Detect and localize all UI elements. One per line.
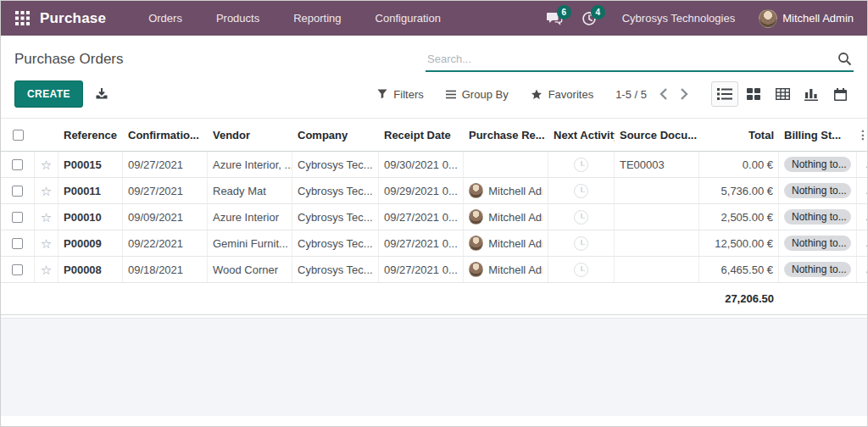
cell-vendor: Ready Mat [208,178,292,203]
view-kanban-button[interactable] [740,81,767,107]
header-receipt-date[interactable]: Receipt Date [379,129,464,141]
filters-button[interactable]: Filters [377,88,423,101]
cell-reference: P00009 [58,230,123,256]
row-checkbox[interactable] [1,204,35,230]
pager-range: 1-5 / 5 [615,88,647,101]
cell-source-document: TE00003 [615,152,699,177]
optional-columns-icon[interactable]: ⋮ [857,128,868,141]
favorite-star-icon[interactable]: ☆ [35,178,58,203]
cell-total: 5,736.00 € [699,178,779,203]
activity-clock-icon [574,184,588,198]
cell-receipt-date: 09/27/2021 0... [379,230,464,256]
row-checkbox[interactable] [1,257,35,282]
cell-next-activity[interactable] [548,178,615,203]
cell-billing-status: Nothing to... [779,178,857,203]
header-reference[interactable]: Reference [58,129,123,141]
menu-orders[interactable]: Orders [133,7,198,30]
company-switcher[interactable]: Cybrosys Technologies [622,12,735,25]
cell-overflow: ... [857,152,867,177]
menu-configuration[interactable]: Configuration [360,7,456,30]
row-checkbox[interactable] [1,152,35,177]
menu-reporting[interactable]: Reporting [278,7,356,30]
cell-receipt-date: 09/27/2021 0... [379,204,464,230]
search-options: Filters Group By Favorites 1-5 / 5 [377,81,854,107]
app-name[interactable]: Purchase [40,10,106,27]
billing-status-badge: Nothing to... [784,236,851,251]
cell-next-activity[interactable] [548,230,615,256]
pivot-view-icon [776,88,790,100]
favorites-button[interactable]: Favorites [531,88,593,101]
search-icon[interactable] [837,52,852,66]
view-calendar-button[interactable] [826,81,854,107]
table-row[interactable]: ☆ P00008 09/18/2021 Wood Corner Cybrosys… [1,257,867,283]
header-company[interactable]: Company [292,129,379,141]
table-row[interactable]: ☆ P00015 09/27/2021 Azure Interior, ... … [1,152,867,178]
select-all-checkbox[interactable] [1,119,35,151]
cell-company: Cybrosys Tec... [292,152,379,177]
header-vendor[interactable]: Vendor [208,129,292,141]
view-graph-button[interactable] [798,81,825,107]
header-confirmation-date[interactable]: Confirmatio... [123,129,208,141]
cell-company: Cybrosys Tec... [292,257,379,282]
menu-products[interactable]: Products [201,7,275,30]
cell-overflow: ... [857,204,867,230]
rep-avatar [469,236,483,251]
cell-reference: P00008 [58,257,123,282]
navbar-systray: 6 4 Cybrosys Technologies Mitchell Admin [542,7,854,30]
apps-grid-icon[interactable] [11,8,33,30]
messages-count-badge: 6 [557,5,571,19]
billing-status-badge: Nothing to... [784,209,851,225]
header-billing-status[interactable]: Billing St... [779,129,857,141]
table-row[interactable]: ☆ P00009 09/22/2021 Gemini Furnit... Cyb… [1,230,867,257]
cell-vendor: Azure Interior [208,204,292,230]
cell-vendor: Gemini Furnit... [208,230,292,256]
cell-purchase-rep: Mitchell Adr [464,204,548,230]
favorite-star-icon[interactable]: ☆ [35,230,58,256]
group-by-label: Group By [462,88,509,101]
table-header-row: Reference Confirmatio... Vendor Company … [1,118,867,152]
group-by-button[interactable]: Group By [446,88,509,101]
cell-company: Cybrosys Tec... [292,178,379,203]
favorite-star-icon[interactable]: ☆ [35,257,58,282]
cell-total: 0.00 € [699,152,779,177]
activity-clock-icon [574,210,588,225]
cell-reference: P00015 [58,152,123,177]
header-next-activity[interactable]: Next Activity [548,129,615,141]
table-row[interactable]: ☆ P00011 09/27/2021 Ready Mat Cybrosys T… [1,178,867,204]
list-view-icon [717,88,732,100]
pager-previous-icon[interactable] [659,87,668,101]
download-icon[interactable] [95,87,108,101]
favorite-star-icon[interactable]: ☆ [35,204,58,230]
pager: 1-5 / 5 [615,87,689,101]
activities-icon[interactable]: 4 [576,7,602,30]
search-bar [426,47,854,72]
cell-confirmation-date: 09/09/2021 [123,204,208,230]
group-by-icon [446,90,456,99]
create-button[interactable]: CREATE [14,80,83,108]
view-list-button[interactable] [711,81,738,107]
user-name: Mitchell Admin [782,12,854,25]
view-pivot-button[interactable] [769,81,796,107]
cell-next-activity[interactable] [548,257,615,282]
header-total[interactable]: Total [699,129,779,141]
user-menu[interactable]: Mitchell Admin [759,9,854,28]
cell-overflow: ... [857,230,867,256]
control-panel-top: Purchase Orders [1,36,867,72]
activity-clock-icon [574,236,588,251]
cell-confirmation-date: 09/27/2021 [123,152,208,177]
row-checkbox[interactable] [1,230,35,256]
header-purchase-rep[interactable]: Purchase Re... [464,129,548,141]
cell-next-activity[interactable] [548,204,615,230]
favorite-star-icon[interactable]: ☆ [35,152,58,177]
row-checkbox[interactable] [1,178,35,203]
cell-overflow: ... [857,257,867,282]
cell-company: Cybrosys Tec... [292,230,379,256]
pager-next-icon[interactable] [680,87,689,101]
table-row[interactable]: ☆ P00010 09/09/2021 Azure Interior Cybro… [1,204,867,230]
header-source-document[interactable]: Source Docu... [615,129,699,141]
search-input[interactable] [426,47,854,72]
cell-next-activity[interactable] [548,152,615,177]
bottom-whitespace [1,416,867,426]
messages-icon[interactable]: 6 [542,7,568,30]
user-avatar [759,9,777,28]
